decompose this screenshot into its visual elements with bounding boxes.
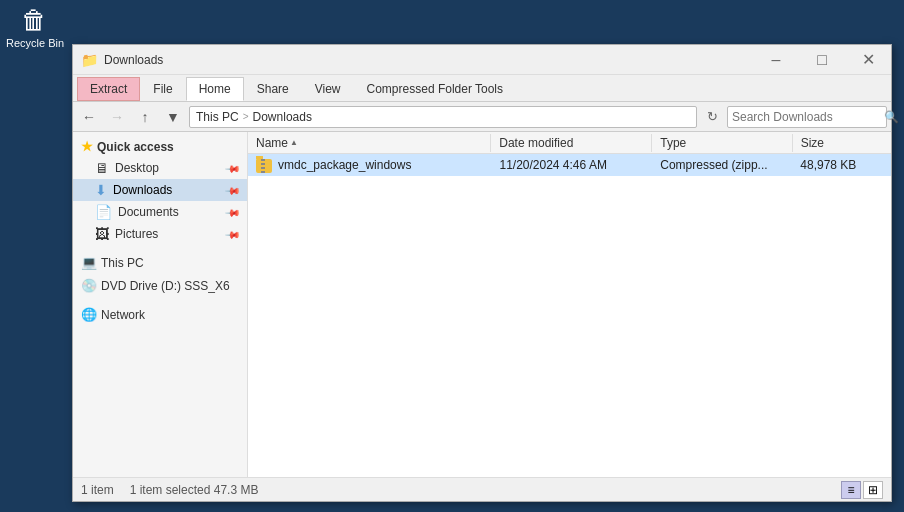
sidebar-network-label: Network: [101, 308, 145, 322]
file-name-cell: vmdc_package_windows: [248, 156, 491, 174]
back-button[interactable]: ←: [77, 106, 101, 128]
address-path[interactable]: This PC > Downloads: [189, 106, 697, 128]
tab-extract[interactable]: Extract: [77, 77, 140, 101]
status-view-buttons: ≡ ⊞: [841, 481, 883, 499]
view-details-button[interactable]: ≡: [841, 481, 861, 499]
sidebar: ★ Quick access 🖥 Desktop 📌 ⬇ Downloads 📌…: [73, 132, 248, 477]
status-left: 1 item 1 item selected 47.3 MB: [81, 483, 258, 497]
tab-compressed[interactable]: Compressed Folder Tools: [354, 77, 517, 101]
sidebar-thispc-label: This PC: [101, 256, 144, 270]
sort-arrow-name: ▲: [290, 138, 298, 147]
window-title: Downloads: [104, 53, 163, 67]
network-icon: 🌐: [81, 307, 97, 322]
quick-access-label: Quick access: [97, 140, 174, 154]
header-size[interactable]: Size: [793, 134, 891, 152]
pin-icon-documents: 📌: [225, 204, 241, 220]
tab-share[interactable]: Share: [244, 77, 302, 101]
tab-view[interactable]: View: [302, 77, 354, 101]
sidebar-item-desktop[interactable]: 🖥 Desktop 📌: [73, 157, 247, 179]
tab-file[interactable]: File: [140, 77, 185, 101]
header-type[interactable]: Type: [652, 134, 792, 152]
sidebar-downloads-label: Downloads: [113, 183, 172, 197]
address-part-thispc[interactable]: This PC: [196, 110, 239, 124]
ribbon: Extract File Home Share View Compressed …: [73, 75, 891, 102]
sidebar-desktop-label: Desktop: [115, 161, 159, 175]
table-row[interactable]: vmdc_package_windows 11/20/2024 4:46 AM …: [248, 154, 891, 176]
header-name[interactable]: Name ▲: [248, 134, 491, 152]
sidebar-pictures-label: Pictures: [115, 227, 158, 241]
sidebar-dvd-drive[interactable]: 💿 DVD Drive (D:) SSS_X6: [73, 274, 247, 297]
pin-icon-downloads: 📌: [225, 182, 241, 198]
tab-home[interactable]: Home: [186, 77, 244, 101]
dvd-icon: 💿: [81, 278, 97, 293]
sidebar-documents-label: Documents: [118, 205, 179, 219]
sidebar-item-downloads[interactable]: ⬇ Downloads 📌: [73, 179, 247, 201]
maximize-button[interactable]: □: [799, 45, 845, 75]
forward-button[interactable]: →: [105, 106, 129, 128]
sidebar-network[interactable]: 🌐 Network: [73, 303, 247, 326]
sidebar-dvd-label: DVD Drive (D:) SSS_X6: [101, 279, 230, 293]
status-bar: 1 item 1 item selected 47.3 MB ≡ ⊞: [73, 477, 891, 501]
recent-locations-button[interactable]: ▼: [161, 106, 185, 128]
window-icon: 📁: [81, 52, 98, 68]
file-type-cell: Compressed (zipp...: [652, 156, 792, 174]
computer-icon: 💻: [81, 255, 97, 270]
recycle-bin-label: Recycle Bin: [6, 37, 64, 49]
sidebar-thispc[interactable]: 💻 This PC: [73, 251, 247, 274]
minimize-button[interactable]: –: [753, 45, 799, 75]
up-button[interactable]: ↑: [133, 106, 157, 128]
close-button[interactable]: ✕: [845, 45, 891, 75]
downloads-folder-icon: ⬇: [95, 182, 107, 198]
address-bar: ← → ↑ ▼ This PC > Downloads ↻ 🔍: [73, 102, 891, 132]
zip-stripe: [261, 159, 265, 173]
search-icon: 🔍: [884, 110, 899, 124]
recycle-bin-desktop-icon[interactable]: Recycle Bin: [5, 5, 65, 49]
file-list: Name ▲ Date modified Type Size: [248, 132, 891, 477]
header-date[interactable]: Date modified: [491, 134, 652, 152]
explorer-window: 📁 Downloads – □ ✕ Extract File Home Shar…: [72, 44, 892, 502]
search-input[interactable]: [732, 110, 882, 124]
pin-icon-desktop: 📌: [225, 160, 241, 176]
title-bar: 📁 Downloads – □ ✕: [73, 45, 891, 75]
title-bar-left: 📁 Downloads: [81, 52, 753, 68]
pin-icon-pictures: 📌: [225, 226, 241, 242]
main-content: ★ Quick access 🖥 Desktop 📌 ⬇ Downloads 📌…: [73, 132, 891, 477]
file-date-cell: 11/20/2024 4:46 AM: [491, 156, 652, 174]
window-controls: – □ ✕: [753, 45, 891, 75]
pictures-folder-icon: 🖼: [95, 226, 109, 242]
quick-access-icon: ★: [81, 139, 93, 154]
file-list-header: Name ▲ Date modified Type Size: [248, 132, 891, 154]
refresh-button[interactable]: ↻: [701, 106, 723, 128]
view-tiles-button[interactable]: ⊞: [863, 481, 883, 499]
sidebar-quickaccess-header[interactable]: ★ Quick access: [73, 136, 247, 157]
search-box[interactable]: 🔍: [727, 106, 887, 128]
status-item-count: 1 item: [81, 483, 114, 497]
desktop-folder-icon: 🖥: [95, 160, 109, 176]
recycle-bin-icon: [19, 5, 51, 37]
sidebar-item-documents[interactable]: 📄 Documents 📌: [73, 201, 247, 223]
address-part-downloads[interactable]: Downloads: [253, 110, 312, 124]
file-name: vmdc_package_windows: [278, 158, 411, 172]
ribbon-tabs: Extract File Home Share View Compressed …: [73, 75, 891, 101]
documents-folder-icon: 📄: [95, 204, 112, 220]
address-chevron-1: >: [243, 111, 249, 122]
status-selection-info: 1 item selected 47.3 MB: [130, 483, 259, 497]
sidebar-item-pictures[interactable]: 🖼 Pictures 📌: [73, 223, 247, 245]
zip-folder-icon: [256, 159, 272, 173]
file-size-cell: 48,978 KB: [792, 156, 891, 174]
